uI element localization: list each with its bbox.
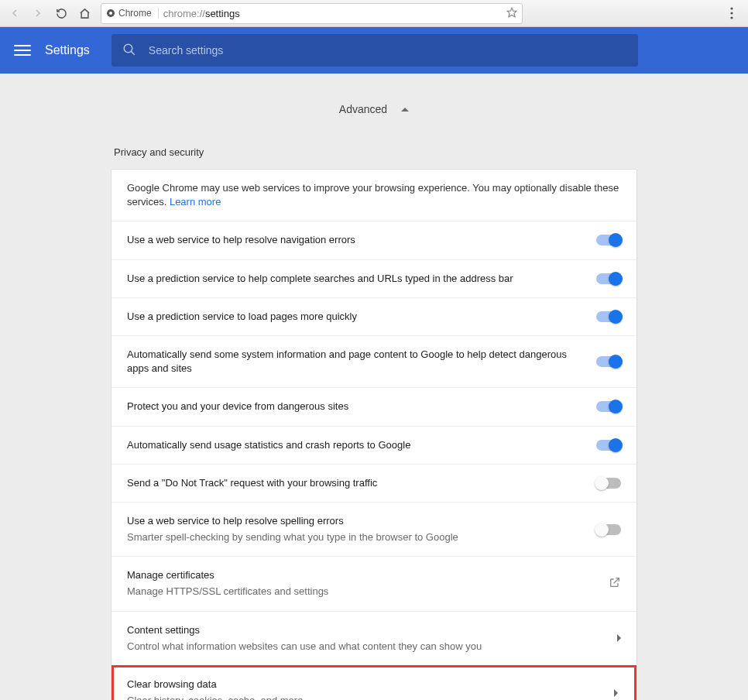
row-sublabel: Clear history, cookies, cache, and more [127,694,575,700]
toggle-switch[interactable] [596,524,621,535]
settings-row[interactable]: Manage certificatesManage HTTPS/SSL cert… [112,556,636,610]
row-label: Manage certificates [127,568,578,582]
svg-point-6 [124,44,132,53]
section-title: Privacy and security [111,146,637,158]
forward-button[interactable] [28,3,48,23]
row-label: Clear browsing data [127,678,575,691]
svg-point-3 [730,7,733,9]
advanced-label: Advanced [339,103,387,115]
toggle-switch[interactable] [596,273,621,284]
row-label: Use a prediction service to help complet… [127,272,578,286]
settings-row: Send a "Do Not Track" request with your … [112,464,636,502]
chevron-right-icon [617,634,621,642]
settings-row: Protect you and your device from dangero… [112,387,636,425]
row-label: Send a "Do Not Track" request with your … [127,476,578,490]
back-button[interactable] [5,3,25,23]
search-field-wrap[interactable] [112,34,638,67]
browser-menu-button[interactable] [720,3,743,23]
site-label: Chrome [118,8,152,19]
chevron-right-icon [614,689,618,697]
svg-point-5 [730,16,733,19]
toggle-switch[interactable] [596,235,621,245]
toggle-switch[interactable] [596,401,621,412]
svg-point-4 [730,12,733,14]
row-label: Automatically send usage statistics and … [127,438,578,452]
menu-button[interactable] [14,42,31,59]
row-sublabel: Control what information websites can us… [127,640,578,654]
svg-marker-2 [507,8,516,17]
settings-content: Advanced Privacy and security Google Chr… [0,74,748,700]
row-sublabel: Manage HTTPS/SSL certificates and settin… [127,585,578,599]
svg-line-7 [131,51,135,55]
toggle-switch[interactable] [596,311,621,322]
advanced-toggle[interactable]: Advanced [339,103,409,115]
caret-up-icon [401,108,409,112]
settings-row: Use a web service to help resolve spelli… [112,502,636,556]
intro-row: Google Chrome may use web services to im… [112,170,636,221]
home-button[interactable] [74,3,94,23]
row-label: Protect you and your device from dangero… [127,400,578,413]
row-label: Automatically send some system informati… [127,348,578,376]
site-identity-chip[interactable]: Chrome [106,8,159,19]
row-label: Use a prediction service to load pages m… [127,310,578,324]
page-title: Settings [45,43,90,57]
row-sublabel: Smarter spell-checking by sending what y… [127,530,578,544]
settings-row: Use a prediction service to load pages m… [112,297,636,335]
url-text: chrome://settings [163,8,502,19]
settings-row[interactable]: Clear browsing dataClear history, cookie… [112,665,636,700]
toggle-switch[interactable] [596,478,621,489]
svg-point-1 [109,12,112,15]
search-input[interactable] [149,44,627,57]
settings-row[interactable]: Content settingsControl what information… [112,611,636,665]
settings-row: Use a prediction service to help complet… [112,259,636,297]
search-icon [122,43,136,59]
privacy-card: Google Chrome may use web services to im… [111,169,637,700]
row-label: Use a web service to help resolve spelli… [127,514,578,528]
settings-header: Settings [0,27,748,74]
settings-row: Automatically send some system informati… [112,335,636,387]
learn-more-link[interactable]: Learn more [170,196,221,208]
browser-toolbar: Chrome chrome://settings [0,0,748,27]
bookmark-star-icon[interactable] [506,7,517,20]
privacy-section: Privacy and security Google Chrome may u… [111,146,637,700]
row-label: Content settings [127,623,578,637]
toggle-switch[interactable] [596,356,621,367]
external-link-icon [609,576,621,591]
settings-row: Automatically send usage statistics and … [112,426,636,464]
settings-row: Use a web service to help resolve naviga… [112,221,636,259]
toggle-switch[interactable] [596,440,621,451]
row-label: Use a web service to help resolve naviga… [127,233,578,247]
reload-button[interactable] [51,3,71,23]
address-bar[interactable]: Chrome chrome://settings [101,3,523,24]
